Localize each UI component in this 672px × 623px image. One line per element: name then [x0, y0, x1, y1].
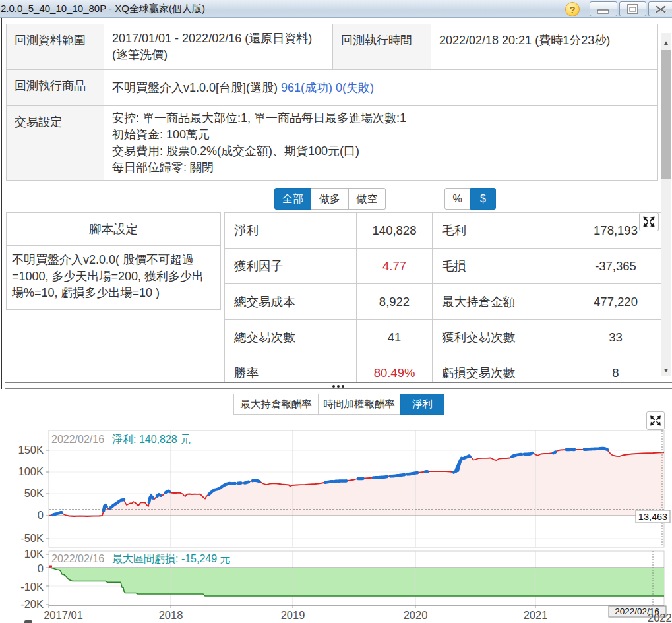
svg-text:2022/02/16: 2022/02/16: [51, 553, 104, 564]
svg-text:最大區間虧損: -15,249 元: 最大區間虧損: -15,249 元: [112, 553, 231, 564]
svg-text:150K: 150K: [18, 444, 44, 456]
svg-text:2022/02/16: 2022/02/16: [51, 434, 104, 445]
svg-text:2017/01: 2017/01: [44, 609, 83, 621]
svg-text:0: 0: [38, 562, 44, 574]
svg-text:-10K: -10K: [20, 581, 44, 593]
svg-text:10K: 10K: [24, 548, 44, 560]
svg-text:-20K: -20K: [20, 598, 44, 610]
svg-text:2021: 2021: [524, 609, 548, 621]
svg-text:100K: 100K: [18, 465, 44, 477]
svg-text:2022: 2022: [648, 612, 672, 623]
svg-text:-50K: -50K: [20, 532, 44, 544]
svg-text:50K: 50K: [24, 487, 44, 499]
svg-text:0: 0: [38, 509, 44, 521]
svg-text:2018: 2018: [159, 609, 183, 621]
svg-text:淨利: 140,828 元: 淨利: 140,828 元: [112, 434, 191, 445]
svg-text:2019: 2019: [281, 609, 305, 621]
svg-text:2020: 2020: [404, 609, 428, 621]
svg-text:13,463: 13,463: [638, 512, 667, 522]
